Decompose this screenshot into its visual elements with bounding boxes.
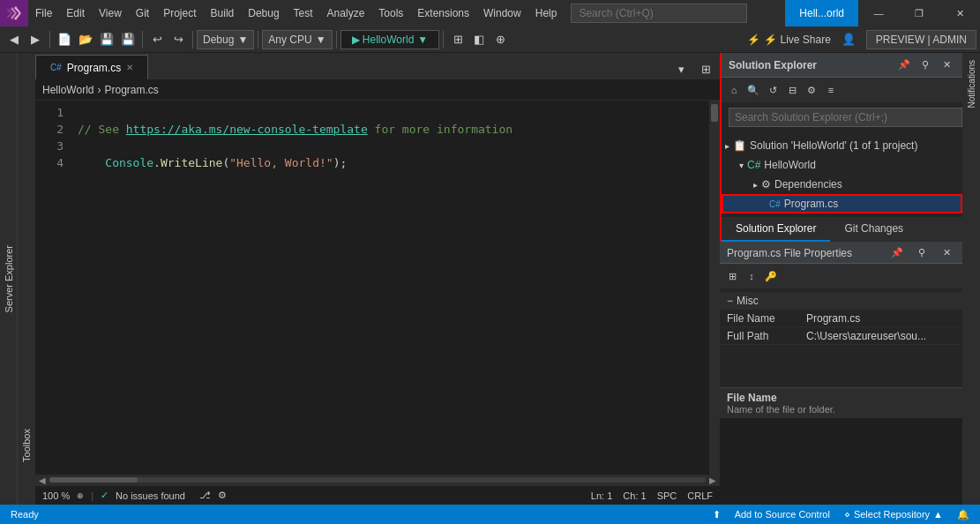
se-close-button[interactable]: ✕	[938, 56, 955, 74]
se-pin-down-button[interactable]: ⚲	[916, 56, 934, 74]
se-config-button[interactable]: ⚙	[803, 81, 820, 99]
menu-extensions[interactable]: Extensions	[410, 0, 476, 26]
se-show-files-button[interactable]: 🔍	[744, 81, 762, 99]
cs-file-icon: C#	[50, 63, 62, 72]
line-numbers: 1 2 3 4	[35, 101, 71, 475]
ready-label: Ready	[11, 509, 39, 520]
program-cs-tab[interactable]: C# Program.cs ✕	[35, 55, 148, 79]
dependencies-node[interactable]: ▸ ⚙ Dependencies	[722, 175, 962, 194]
add-source-control[interactable]: Add to Source Control	[731, 505, 834, 524]
code-text-area[interactable]: // See https://aka.ms/new-console-templa…	[71, 101, 709, 475]
live-share-button[interactable]: ⚡ ⚡ Live Share	[747, 34, 831, 46]
select-repo-icon: ⋄	[844, 509, 850, 520]
more-tools-button[interactable]: ⊕	[490, 29, 511, 50]
prop-pin-button[interactable]: 📌	[888, 244, 906, 262]
close-button[interactable]: ✕	[939, 0, 980, 26]
add-source-control-label: Add to Source Control	[735, 509, 830, 520]
title-bar: File Edit View Git Project Build Debug T…	[0, 0, 980, 26]
project-node[interactable]: ▾ C# HelloWorld	[722, 155, 962, 175]
toolbox-tab[interactable]: Toolbox	[19, 422, 34, 469]
vs-logo	[0, 0, 28, 26]
maximize-button[interactable]: ❐	[899, 0, 939, 26]
filename-prop-name: File Name	[727, 312, 806, 325]
run-button[interactable]: ▶ HelloWorld ▼	[340, 30, 440, 49]
minimize-button[interactable]: —	[858, 0, 899, 26]
bell-icon: 🔔	[957, 509, 969, 520]
profiler-button[interactable]: ◧	[468, 29, 490, 50]
se-search-input[interactable]	[729, 108, 962, 127]
preview-admin-button[interactable]: PREVIEW | ADMIN	[866, 30, 976, 49]
program-cs-node[interactable]: C# Program.cs	[722, 194, 962, 213]
menu-git[interactable]: Git	[129, 0, 156, 26]
scroll-thumb-h[interactable]	[49, 477, 138, 483]
menu-project[interactable]: Project	[156, 0, 203, 26]
ready-status: Ready	[7, 505, 42, 524]
menu-build[interactable]: Build	[204, 0, 242, 26]
debug-config-dropdown[interactable]: Debug ▼	[197, 30, 254, 49]
breadcrumb-file: Program.cs	[104, 84, 158, 96]
title-search-input[interactable]	[571, 4, 747, 23]
se-settings-button[interactable]: ≡	[822, 81, 840, 99]
minus-icon: −	[727, 295, 733, 307]
se-collapse-button[interactable]: ⊟	[783, 81, 801, 99]
live-share-area: ⚡ ⚡ Live Share 👤 PREVIEW | ADMIN	[747, 29, 976, 50]
run-arrow: ▼	[417, 34, 428, 46]
menu-tools[interactable]: Tools	[371, 0, 410, 26]
menu-edit[interactable]: Edit	[59, 0, 92, 26]
se-refresh-button[interactable]: ↺	[764, 81, 782, 99]
redo-button[interactable]: ↪	[168, 29, 189, 50]
solution-node[interactable]: ▸ 📋 Solution 'HelloWorld' (1 of 1 projec…	[722, 136, 962, 155]
vertical-scrollbar[interactable]	[709, 101, 720, 475]
prop-close-button[interactable]: ✕	[938, 244, 955, 262]
scroll-right-arrow[interactable]: ▶	[709, 475, 716, 485]
prop-properties-button[interactable]: 🔑	[762, 267, 780, 285]
account-button[interactable]: 👤	[838, 29, 859, 50]
diagnostics-button[interactable]: ⊞	[447, 29, 468, 50]
git-config-icon: ⚙	[218, 490, 227, 501]
scroll-left-arrow[interactable]: ◀	[39, 475, 46, 485]
server-explorer-tab[interactable]: Server Explorer	[2, 238, 16, 319]
menu-file[interactable]: File	[28, 0, 59, 26]
select-repository[interactable]: ⋄ Select Repository ▲	[841, 505, 946, 524]
prop-pin-down-button[interactable]: ⚲	[913, 244, 931, 262]
platform-dropdown[interactable]: Any CPU ▼	[262, 30, 332, 49]
tab-close-button[interactable]: ✕	[126, 63, 133, 72]
horizontal-scrollbar[interactable]: ◀ ▶	[35, 475, 720, 485]
git-changes-tab[interactable]: Git Changes	[830, 217, 917, 242]
scroll-thumb-v[interactable]	[711, 104, 718, 122]
tab-list-button[interactable]: ▾	[670, 58, 692, 79]
menu-view[interactable]: View	[92, 0, 129, 26]
save-all-button[interactable]: 💾	[117, 29, 138, 50]
menu-debug[interactable]: Debug	[241, 0, 286, 26]
new-vertical-tab-group[interactable]: ⊞	[695, 58, 716, 79]
menu-help[interactable]: Help	[528, 0, 565, 26]
code-content-area: 1 2 3 4 // See https://aka.ms/new-consol…	[35, 101, 720, 475]
new-file-button[interactable]: 📄	[54, 29, 75, 50]
save-button[interactable]: 💾	[96, 29, 117, 50]
cursor-position: Ln: 1 Ch: 1 SPC CRLF	[591, 490, 713, 501]
line-number-4: 4	[39, 154, 64, 171]
se-tab[interactable]: Solution Explorer	[722, 217, 830, 242]
misc-section-label: Misc	[737, 295, 759, 307]
se-pin-button[interactable]: 📌	[895, 56, 913, 74]
project-icon: C#	[747, 159, 760, 171]
prop-alphabetical-button[interactable]: ↕	[743, 267, 760, 285]
back-button[interactable]: ◀	[4, 29, 25, 50]
prop-categorized-button[interactable]: ⊞	[723, 267, 741, 285]
menu-bar: File Edit View Git Project Build Debug T…	[28, 0, 785, 26]
code-editor: C# Program.cs ✕ ▾ ⊞ HelloWorld › Program…	[35, 53, 720, 505]
open-button[interactable]: 📂	[75, 29, 96, 50]
se-bottom-tabs: Solution Explorer Git Changes	[722, 217, 962, 242]
se-home-button[interactable]: ⌂	[725, 81, 743, 99]
notifications-tab[interactable]: Notifications	[965, 53, 978, 115]
editor-bottom-bar: 100 % ⊕ | ✓ No issues found ⎇ ⚙ Ln: 1 Ch…	[35, 485, 720, 505]
git-status[interactable]: ⬆	[709, 505, 724, 524]
se-toolbar: ⌂ 🔍 ↺ ⊟ ⚙ ≡	[722, 78, 962, 102]
menu-window[interactable]: Window	[476, 0, 528, 26]
menu-test[interactable]: Test	[287, 0, 320, 26]
notifications-bell[interactable]: 🔔	[954, 505, 973, 524]
undo-button[interactable]: ↩	[146, 29, 168, 50]
dependencies-expand-icon: ▸	[753, 180, 758, 190]
forward-button[interactable]: ▶	[25, 29, 46, 50]
menu-analyze[interactable]: Analyze	[320, 0, 372, 26]
